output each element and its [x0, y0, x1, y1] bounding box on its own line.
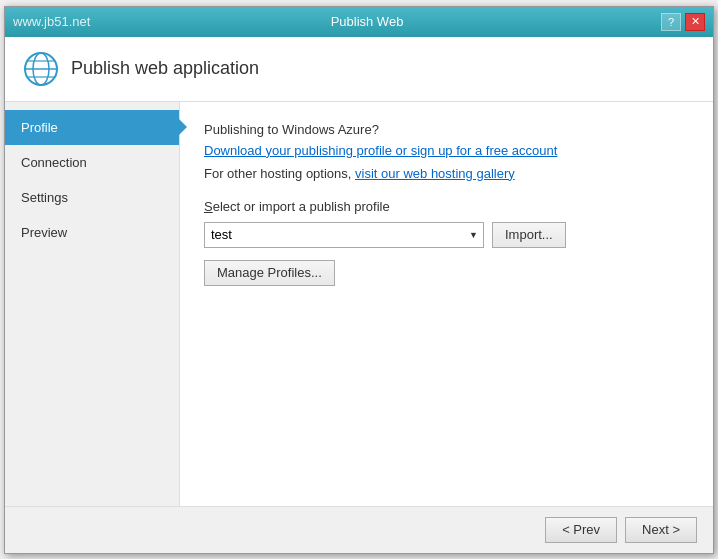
- prev-button[interactable]: < Prev: [545, 517, 617, 543]
- window-title: Publish Web: [73, 14, 661, 29]
- profile-select[interactable]: test: [204, 222, 484, 248]
- title-bar-controls: ? ✕: [661, 13, 705, 31]
- hosting-text: For other hosting options,: [204, 166, 355, 181]
- help-button[interactable]: ?: [661, 13, 681, 31]
- dialog-header: Publish web application: [5, 37, 713, 102]
- azure-link[interactable]: Download your publishing profile or sign…: [204, 143, 557, 158]
- manage-profiles-button[interactable]: Manage Profiles...: [204, 260, 335, 286]
- dialog-body: Profile Connection Settings Preview Publ…: [5, 102, 713, 506]
- sidebar-item-settings[interactable]: Settings: [5, 180, 179, 215]
- sidebar-label-profile: Profile: [21, 120, 58, 135]
- sidebar-label-preview: Preview: [21, 225, 67, 240]
- sidebar: Profile Connection Settings Preview: [5, 102, 180, 506]
- select-label-underline: S: [204, 199, 213, 214]
- import-button[interactable]: Import...: [492, 222, 566, 248]
- select-label-rest: elect or import a publish profile: [213, 199, 390, 214]
- dialog-footer: < Prev Next >: [5, 506, 713, 553]
- close-button[interactable]: ✕: [685, 13, 705, 31]
- sidebar-label-connection: Connection: [21, 155, 87, 170]
- azure-question: Publishing to Windows Azure?: [204, 122, 689, 137]
- profile-row: test Import...: [204, 222, 689, 248]
- globe-icon: [23, 51, 59, 87]
- sidebar-label-settings: Settings: [21, 190, 68, 205]
- select-label: Select or import a publish profile: [204, 199, 689, 214]
- sidebar-item-preview[interactable]: Preview: [5, 215, 179, 250]
- profile-select-wrapper: test: [204, 222, 484, 248]
- sidebar-item-profile[interactable]: Profile: [5, 110, 179, 145]
- next-button[interactable]: Next >: [625, 517, 697, 543]
- sidebar-item-connection[interactable]: Connection: [5, 145, 179, 180]
- dialog-title: Publish web application: [71, 58, 259, 79]
- main-content: Publishing to Windows Azure? Download yo…: [180, 102, 713, 506]
- title-bar: www.jb51.net Publish Web ? ✕: [5, 7, 713, 37]
- hosting-line: For other hosting options, visit our web…: [204, 166, 689, 181]
- hosting-link[interactable]: visit our web hosting gallery: [355, 166, 515, 181]
- publish-web-dialog: www.jb51.net Publish Web ? ✕ Publish web…: [4, 6, 714, 554]
- title-bar-left: www.jb51.net: [13, 14, 73, 29]
